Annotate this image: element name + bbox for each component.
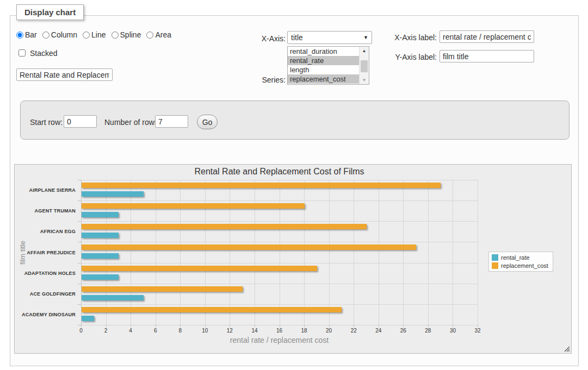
x-tick-label: 10 xyxy=(202,328,208,334)
gridline-vertical xyxy=(280,180,280,325)
radio-label: Area xyxy=(155,30,171,39)
gridline-vertical xyxy=(106,180,107,325)
chart: Rental Rate and Replacement Cost of Film… xyxy=(14,164,572,354)
resize-grip-icon[interactable] xyxy=(564,346,570,352)
chart-type-radio-bar[interactable]: Bar xyxy=(16,30,37,39)
category-label: ACADEMY DINOSAUR xyxy=(15,312,76,317)
chart-title: Rental Rate and Replacement Cost of Film… xyxy=(81,167,478,177)
legend-item-replacement_cost[interactable]: replacement_cost xyxy=(492,262,548,269)
x-tick-label: 12 xyxy=(227,328,233,334)
series-select-label: Series: xyxy=(228,76,286,84)
gridline-vertical xyxy=(478,180,478,325)
series-option-length[interactable]: length xyxy=(288,65,360,74)
x-axis-selected-value: title xyxy=(291,33,303,42)
start-row-input[interactable] xyxy=(64,115,97,128)
category-label: ADAPTATION HOLES xyxy=(15,271,76,276)
x-tick-mark xyxy=(205,325,206,327)
y-tick-mark xyxy=(78,200,81,201)
radio-label: Line xyxy=(91,30,106,39)
x-tick-label: 22 xyxy=(351,328,357,334)
row-range-panel xyxy=(20,101,570,140)
start-row-label: Start row: xyxy=(30,118,63,127)
y-tick-mark xyxy=(78,304,81,305)
x-tick-mark xyxy=(304,325,305,327)
legend-swatch xyxy=(492,262,498,269)
x-tick-label: 26 xyxy=(400,328,406,334)
chart-type-radio-spline[interactable]: Spline xyxy=(112,30,141,39)
gridline-horizontal xyxy=(81,180,478,180)
radio-input-bar[interactable] xyxy=(16,32,23,39)
x-tick-mark xyxy=(106,325,107,327)
gridline-horizontal xyxy=(81,304,478,305)
gridline-vertical xyxy=(304,180,305,325)
bar-rental_rate xyxy=(82,274,119,280)
bar-replacement_cost xyxy=(82,203,305,209)
chart-x-axis-label: rental rate / replacement cost xyxy=(81,336,478,344)
x-tick-mark xyxy=(280,325,280,327)
series-listbox-scrollbar[interactable]: ▲ ▼ xyxy=(359,47,369,84)
x-axis-label-input[interactable] xyxy=(440,30,534,43)
x-tick-mark xyxy=(230,325,230,327)
series-listbox[interactable]: rental_durationrental_ratelengthreplacem… xyxy=(287,46,369,85)
scroll-down-icon[interactable]: ▼ xyxy=(360,76,369,84)
chart-type-radio-area[interactable]: Area xyxy=(146,30,171,39)
radio-input-column[interactable] xyxy=(42,32,49,39)
fieldset-legend: Display chart xyxy=(16,4,84,20)
x-tick-label: 0 xyxy=(79,328,83,334)
bar-rental_rate xyxy=(82,253,119,259)
x-tick-mark xyxy=(131,325,131,327)
x-tick-mark xyxy=(453,325,453,327)
x-axis-select[interactable]: title ▼ xyxy=(287,31,372,44)
x-axis-select-label: X-Axis: xyxy=(228,34,286,43)
scroll-up-icon[interactable]: ▲ xyxy=(360,47,369,55)
legend-item-rental_rate[interactable]: rental_rate xyxy=(492,254,548,261)
chart-legend: rental_ratereplacement_cost xyxy=(488,252,553,272)
gridline-horizontal xyxy=(81,242,478,242)
gridline-vertical xyxy=(428,180,429,325)
x-axis-label-field-label: X-Axis label: xyxy=(381,33,437,42)
bar-replacement_cost xyxy=(82,286,243,292)
gridline-horizontal xyxy=(81,200,478,201)
radio-input-area[interactable] xyxy=(146,32,153,39)
plot-area xyxy=(81,180,478,325)
gridline-horizontal xyxy=(81,221,478,222)
page: { "window": { "legend": "Display chart" … xyxy=(0,0,588,370)
gridline-vertical xyxy=(255,180,255,325)
category-label: AFFAIR PREJUDICE xyxy=(15,250,76,255)
y-axis-label-field-label: Y-Axis label: xyxy=(381,53,437,61)
y-tick-mark xyxy=(78,180,81,180)
x-tick-label: 18 xyxy=(301,328,307,334)
chart-type-radio-line[interactable]: Line xyxy=(83,30,106,39)
stacked-checkbox-row[interactable]: Stacked xyxy=(16,48,58,58)
stacked-checkbox[interactable] xyxy=(18,49,26,57)
x-tick-mark xyxy=(354,325,354,327)
x-tick-label: 28 xyxy=(425,328,431,334)
gridline-vertical xyxy=(403,180,404,325)
chart-type-radios: BarColumnLineSplineArea xyxy=(16,30,171,39)
radio-input-line[interactable] xyxy=(83,32,90,39)
chart-title-input[interactable] xyxy=(16,68,113,81)
radio-label: Spline xyxy=(120,30,141,39)
scrollbar-thumb[interactable] xyxy=(361,60,368,72)
x-tick-mark xyxy=(81,325,82,327)
bar-rental_rate xyxy=(82,191,144,197)
y-axis-label-input[interactable] xyxy=(440,50,534,62)
bar-replacement_cost xyxy=(82,244,416,250)
go-button[interactable]: Go xyxy=(197,115,218,129)
series-option-replacement_cost[interactable]: replacement_cost xyxy=(288,74,360,84)
series-option-rental_duration[interactable]: rental_duration xyxy=(288,47,360,56)
num-rows-input[interactable] xyxy=(155,115,188,128)
x-tick-mark xyxy=(255,325,255,327)
legend-label: replacement_cost xyxy=(501,262,548,269)
x-tick-mark xyxy=(180,325,181,327)
x-tick-label: 16 xyxy=(276,328,282,334)
y-tick-mark xyxy=(78,263,81,264)
radio-input-spline[interactable] xyxy=(112,32,119,39)
series-option-rental_rate[interactable]: rental_rate xyxy=(288,56,360,65)
series-listbox-options: rental_durationrental_ratelengthreplacem… xyxy=(288,47,360,84)
gridline-vertical xyxy=(156,180,156,325)
chart-type-radio-column[interactable]: Column xyxy=(42,30,77,39)
bar-replacement_cost xyxy=(82,183,441,188)
radio-label: Bar xyxy=(25,30,37,39)
stacked-label: Stacked xyxy=(30,49,58,58)
